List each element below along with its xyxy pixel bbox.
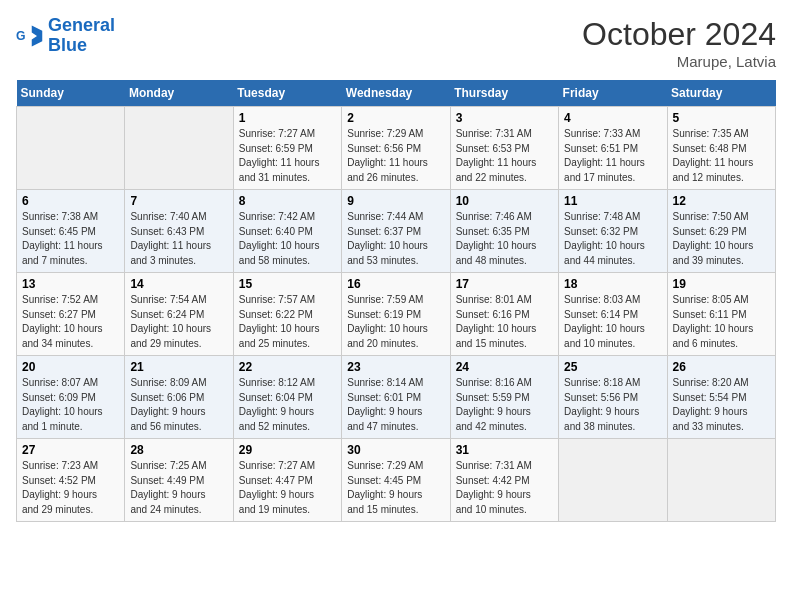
- title-block: October 2024 Marupe, Latvia: [582, 16, 776, 70]
- day-info: Sunrise: 8:01 AM Sunset: 6:16 PM Dayligh…: [456, 293, 553, 351]
- day-number: 11: [564, 194, 661, 208]
- day-number: 22: [239, 360, 336, 374]
- calendar-table: SundayMondayTuesdayWednesdayThursdayFrid…: [16, 80, 776, 522]
- day-number: 29: [239, 443, 336, 457]
- calendar-cell: 11Sunrise: 7:48 AM Sunset: 6:32 PM Dayli…: [559, 190, 667, 273]
- calendar-cell: 2Sunrise: 7:29 AM Sunset: 6:56 PM Daylig…: [342, 107, 450, 190]
- calendar-cell: 25Sunrise: 8:18 AM Sunset: 5:56 PM Dayli…: [559, 356, 667, 439]
- calendar-cell: [667, 439, 775, 522]
- day-number: 12: [673, 194, 770, 208]
- calendar-cell: 19Sunrise: 8:05 AM Sunset: 6:11 PM Dayli…: [667, 273, 775, 356]
- calendar-cell: 16Sunrise: 7:59 AM Sunset: 6:19 PM Dayli…: [342, 273, 450, 356]
- svg-marker-1: [32, 25, 43, 46]
- calendar-cell: 15Sunrise: 7:57 AM Sunset: 6:22 PM Dayli…: [233, 273, 341, 356]
- calendar-cell: 4Sunrise: 7:33 AM Sunset: 6:51 PM Daylig…: [559, 107, 667, 190]
- day-number: 31: [456, 443, 553, 457]
- day-info: Sunrise: 7:27 AM Sunset: 6:59 PM Dayligh…: [239, 127, 336, 185]
- logo-text: General Blue: [48, 16, 115, 56]
- calendar-cell: 30Sunrise: 7:29 AM Sunset: 4:45 PM Dayli…: [342, 439, 450, 522]
- day-info: Sunrise: 7:40 AM Sunset: 6:43 PM Dayligh…: [130, 210, 227, 268]
- day-number: 9: [347, 194, 444, 208]
- day-info: Sunrise: 7:25 AM Sunset: 4:49 PM Dayligh…: [130, 459, 227, 517]
- day-info: Sunrise: 8:12 AM Sunset: 6:04 PM Dayligh…: [239, 376, 336, 434]
- day-info: Sunrise: 8:18 AM Sunset: 5:56 PM Dayligh…: [564, 376, 661, 434]
- day-number: 16: [347, 277, 444, 291]
- day-number: 27: [22, 443, 119, 457]
- weekday-header: Friday: [559, 80, 667, 107]
- calendar-cell: 8Sunrise: 7:42 AM Sunset: 6:40 PM Daylig…: [233, 190, 341, 273]
- day-info: Sunrise: 8:14 AM Sunset: 6:01 PM Dayligh…: [347, 376, 444, 434]
- calendar-cell: 5Sunrise: 7:35 AM Sunset: 6:48 PM Daylig…: [667, 107, 775, 190]
- day-info: Sunrise: 8:09 AM Sunset: 6:06 PM Dayligh…: [130, 376, 227, 434]
- calendar-cell: 12Sunrise: 7:50 AM Sunset: 6:29 PM Dayli…: [667, 190, 775, 273]
- day-number: 20: [22, 360, 119, 374]
- month-title: October 2024: [582, 16, 776, 53]
- calendar-cell: 6Sunrise: 7:38 AM Sunset: 6:45 PM Daylig…: [17, 190, 125, 273]
- day-info: Sunrise: 7:48 AM Sunset: 6:32 PM Dayligh…: [564, 210, 661, 268]
- day-number: 24: [456, 360, 553, 374]
- calendar-cell: 7Sunrise: 7:40 AM Sunset: 6:43 PM Daylig…: [125, 190, 233, 273]
- weekday-header: Wednesday: [342, 80, 450, 107]
- day-number: 2: [347, 111, 444, 125]
- calendar-cell: 13Sunrise: 7:52 AM Sunset: 6:27 PM Dayli…: [17, 273, 125, 356]
- calendar-header: SundayMondayTuesdayWednesdayThursdayFrid…: [17, 80, 776, 107]
- page-header: G General Blue October 2024 Marupe, Latv…: [16, 16, 776, 70]
- day-number: 13: [22, 277, 119, 291]
- day-number: 7: [130, 194, 227, 208]
- day-info: Sunrise: 7:42 AM Sunset: 6:40 PM Dayligh…: [239, 210, 336, 268]
- calendar-cell: 14Sunrise: 7:54 AM Sunset: 6:24 PM Dayli…: [125, 273, 233, 356]
- calendar-cell: 24Sunrise: 8:16 AM Sunset: 5:59 PM Dayli…: [450, 356, 558, 439]
- weekday-header: Saturday: [667, 80, 775, 107]
- calendar-cell: 22Sunrise: 8:12 AM Sunset: 6:04 PM Dayli…: [233, 356, 341, 439]
- day-info: Sunrise: 7:50 AM Sunset: 6:29 PM Dayligh…: [673, 210, 770, 268]
- day-number: 25: [564, 360, 661, 374]
- day-number: 23: [347, 360, 444, 374]
- logo-icon: G: [16, 22, 44, 50]
- weekday-header: Tuesday: [233, 80, 341, 107]
- day-number: 14: [130, 277, 227, 291]
- calendar-cell: 21Sunrise: 8:09 AM Sunset: 6:06 PM Dayli…: [125, 356, 233, 439]
- day-number: 28: [130, 443, 227, 457]
- calendar-cell: 29Sunrise: 7:27 AM Sunset: 4:47 PM Dayli…: [233, 439, 341, 522]
- day-number: 21: [130, 360, 227, 374]
- calendar-cell: 3Sunrise: 7:31 AM Sunset: 6:53 PM Daylig…: [450, 107, 558, 190]
- calendar-cell: 31Sunrise: 7:31 AM Sunset: 4:42 PM Dayli…: [450, 439, 558, 522]
- day-number: 6: [22, 194, 119, 208]
- day-info: Sunrise: 7:54 AM Sunset: 6:24 PM Dayligh…: [130, 293, 227, 351]
- calendar-week-row: 27Sunrise: 7:23 AM Sunset: 4:52 PM Dayli…: [17, 439, 776, 522]
- logo-line1: General: [48, 15, 115, 35]
- day-number: 10: [456, 194, 553, 208]
- calendar-cell: 1Sunrise: 7:27 AM Sunset: 6:59 PM Daylig…: [233, 107, 341, 190]
- day-number: 3: [456, 111, 553, 125]
- calendar-week-row: 1Sunrise: 7:27 AM Sunset: 6:59 PM Daylig…: [17, 107, 776, 190]
- day-info: Sunrise: 7:33 AM Sunset: 6:51 PM Dayligh…: [564, 127, 661, 185]
- day-number: 17: [456, 277, 553, 291]
- calendar-cell: 18Sunrise: 8:03 AM Sunset: 6:14 PM Dayli…: [559, 273, 667, 356]
- day-info: Sunrise: 7:44 AM Sunset: 6:37 PM Dayligh…: [347, 210, 444, 268]
- day-info: Sunrise: 7:46 AM Sunset: 6:35 PM Dayligh…: [456, 210, 553, 268]
- day-number: 5: [673, 111, 770, 125]
- day-number: 4: [564, 111, 661, 125]
- calendar-cell: 23Sunrise: 8:14 AM Sunset: 6:01 PM Dayli…: [342, 356, 450, 439]
- day-number: 30: [347, 443, 444, 457]
- calendar-cell: 28Sunrise: 7:25 AM Sunset: 4:49 PM Dayli…: [125, 439, 233, 522]
- day-info: Sunrise: 7:31 AM Sunset: 6:53 PM Dayligh…: [456, 127, 553, 185]
- svg-text:G: G: [16, 28, 26, 42]
- day-info: Sunrise: 7:52 AM Sunset: 6:27 PM Dayligh…: [22, 293, 119, 351]
- calendar-week-row: 13Sunrise: 7:52 AM Sunset: 6:27 PM Dayli…: [17, 273, 776, 356]
- day-number: 8: [239, 194, 336, 208]
- location-subtitle: Marupe, Latvia: [582, 53, 776, 70]
- day-info: Sunrise: 8:20 AM Sunset: 5:54 PM Dayligh…: [673, 376, 770, 434]
- logo-line2: Blue: [48, 36, 115, 56]
- calendar-week-row: 20Sunrise: 8:07 AM Sunset: 6:09 PM Dayli…: [17, 356, 776, 439]
- weekday-header: Thursday: [450, 80, 558, 107]
- day-info: Sunrise: 7:57 AM Sunset: 6:22 PM Dayligh…: [239, 293, 336, 351]
- day-info: Sunrise: 7:29 AM Sunset: 6:56 PM Dayligh…: [347, 127, 444, 185]
- day-info: Sunrise: 8:07 AM Sunset: 6:09 PM Dayligh…: [22, 376, 119, 434]
- day-info: Sunrise: 8:03 AM Sunset: 6:14 PM Dayligh…: [564, 293, 661, 351]
- day-info: Sunrise: 8:05 AM Sunset: 6:11 PM Dayligh…: [673, 293, 770, 351]
- weekday-row: SundayMondayTuesdayWednesdayThursdayFrid…: [17, 80, 776, 107]
- day-info: Sunrise: 7:27 AM Sunset: 4:47 PM Dayligh…: [239, 459, 336, 517]
- day-info: Sunrise: 7:29 AM Sunset: 4:45 PM Dayligh…: [347, 459, 444, 517]
- calendar-cell: 17Sunrise: 8:01 AM Sunset: 6:16 PM Dayli…: [450, 273, 558, 356]
